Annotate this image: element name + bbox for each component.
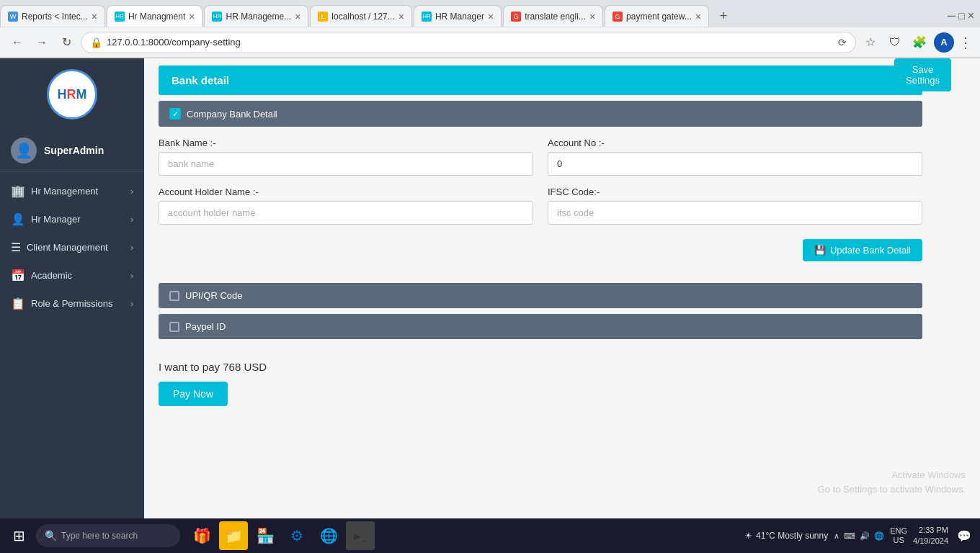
sidebar-item-role-permissions[interactable]: 📋 Role & Permissions › bbox=[0, 289, 144, 318]
role-permissions-icon: 📋 bbox=[11, 297, 25, 310]
taskbar-app-terminal[interactable]: ▶_ bbox=[346, 521, 375, 550]
tab-4[interactable]: L localhost / 127... × bbox=[310, 5, 412, 27]
taskbar-app-store[interactable]: 🏪 bbox=[251, 521, 280, 550]
tab-7[interactable]: G payment gatew... × bbox=[605, 5, 709, 27]
sidebar-item-hr-management-label: Hr Management bbox=[31, 186, 98, 197]
account-no-group: Account No :- bbox=[548, 138, 922, 176]
back-button[interactable]: ← bbox=[7, 32, 27, 53]
chevron-right-icon-5: › bbox=[130, 299, 133, 309]
taskbar-app-gifts[interactable]: 🎁 bbox=[187, 521, 216, 550]
chevron-up-icon[interactable]: ∧ bbox=[834, 531, 839, 541]
chevron-right-icon-3: › bbox=[130, 243, 133, 253]
app-layout: HRM 👤 SuperAdmin 🏢 Hr Management › 👤 Hr … bbox=[0, 58, 980, 553]
bookmark-icon[interactable]: ☆ bbox=[860, 32, 881, 53]
upi-checkbox[interactable] bbox=[169, 291, 179, 301]
tab-close-7[interactable]: × bbox=[695, 11, 701, 22]
shield-icon[interactable]: 🛡 bbox=[885, 32, 905, 53]
company-bank-checkbox[interactable]: ✓ bbox=[169, 108, 181, 120]
forward-button[interactable]: → bbox=[32, 32, 52, 53]
academic-icon: 📅 bbox=[11, 269, 25, 282]
taskbar: ⊞ 🔍 Type here to search 🎁 📁 🏪 ⚙ 🌐 ▶_ ☀ 4… bbox=[0, 518, 980, 553]
taskbar-right: ☀ 41°C Mostly sunny ∧ ⌨ 🔊 🌐 ENGUS 2:33 P… bbox=[744, 525, 974, 547]
notification-button[interactable]: 💬 bbox=[954, 526, 974, 546]
account-holder-input[interactable] bbox=[159, 201, 533, 225]
paypel-checkbox[interactable] bbox=[169, 322, 179, 332]
browser-chrome: W Reports < Intec... × HR Hr Managment ×… bbox=[0, 0, 980, 58]
keyboard-icon[interactable]: ⌨ bbox=[844, 531, 855, 541]
profile-button[interactable]: A bbox=[934, 32, 954, 53]
account-holder-label: Account Holder Name :- bbox=[159, 186, 533, 197]
tab-close-5[interactable]: × bbox=[488, 11, 494, 22]
tab-close-4[interactable]: × bbox=[398, 11, 404, 22]
windows-watermark: Activate Windows Go to Settings to activ… bbox=[818, 468, 966, 496]
main-content: Save Settings Bank detail ✓ Company Bank… bbox=[144, 58, 980, 553]
paypel-section-header[interactable]: Paypel ID bbox=[159, 314, 922, 339]
sidebar-logo: HRM bbox=[0, 58, 144, 130]
account-no-input[interactable] bbox=[548, 152, 922, 176]
update-bank-detail-button[interactable]: 💾 Update Bank Detail bbox=[803, 239, 922, 261]
tab-close-1[interactable]: × bbox=[92, 11, 97, 22]
payment-text: I want to pay 768 USD bbox=[159, 361, 922, 373]
speaker-icon[interactable]: 🔊 bbox=[860, 531, 870, 541]
maximize-button[interactable]: □ bbox=[958, 10, 964, 22]
reload-icon: ⟳ bbox=[838, 37, 847, 48]
tab-6[interactable]: G translate engli... × bbox=[503, 5, 603, 27]
watermark-line2: Go to Settings to activate Windows. bbox=[818, 482, 966, 497]
taskbar-sys-icons: ∧ ⌨ 🔊 🌐 bbox=[834, 531, 884, 541]
ifsc-group: IFSC Code:- bbox=[548, 186, 922, 225]
tab-2[interactable]: HR Hr Managment × bbox=[107, 5, 203, 27]
tab-5[interactable]: HR HR Manager × bbox=[414, 5, 502, 27]
tab-close-2[interactable]: × bbox=[189, 11, 195, 22]
sidebar-item-role-left: 📋 Role & Permissions bbox=[11, 297, 112, 310]
ifsc-input[interactable] bbox=[548, 201, 922, 225]
logo-text: HRM bbox=[58, 88, 87, 101]
tab-3[interactable]: HR HR Manageme... × bbox=[204, 5, 308, 27]
nav-bar: ← → ↻ 🔒 127.0.0.1:8000/company-setting ⟳… bbox=[0, 27, 980, 58]
sidebar-item-academic-left: 📅 Academic bbox=[11, 269, 72, 282]
chevron-right-icon: › bbox=[130, 186, 133, 197]
sidebar-item-client-management[interactable]: ☰ Client Management › bbox=[0, 233, 144, 261]
taskbar-app-files[interactable]: 📁 bbox=[219, 521, 248, 550]
language-text: ENGUS bbox=[890, 526, 907, 545]
tab-close-6[interactable]: × bbox=[589, 11, 595, 22]
sidebar-item-hr-manager[interactable]: 👤 Hr Manager › bbox=[0, 205, 144, 233]
pay-now-button[interactable]: Pay Now bbox=[159, 382, 228, 406]
extension-icon[interactable]: 🧩 bbox=[909, 32, 930, 53]
tab-title-6: translate engli... bbox=[525, 12, 586, 22]
network-icon[interactable]: 🌐 bbox=[874, 531, 884, 541]
tab-favicon-7: G bbox=[612, 12, 623, 22]
save-settings-button[interactable]: Save Settings bbox=[894, 58, 951, 91]
taskbar-search[interactable]: 🔍 Type here to search bbox=[36, 524, 180, 547]
taskbar-app-vscode[interactable]: ⚙ bbox=[282, 521, 311, 550]
address-bar[interactable]: 🔒 127.0.0.1:8000/company-setting ⟳ bbox=[81, 32, 856, 53]
logo-circle: HRM bbox=[47, 69, 97, 120]
weather-text: 41°C Mostly sunny bbox=[756, 531, 828, 541]
form-row-1: Bank Name :- Account No :- bbox=[159, 138, 922, 176]
account-holder-group: Account Holder Name :- bbox=[159, 186, 533, 225]
tab-title-3: HR Manageme... bbox=[226, 12, 291, 22]
tab-close-3[interactable]: × bbox=[295, 11, 300, 22]
sidebar-item-client-label: Client Management bbox=[27, 242, 108, 253]
new-tab-button[interactable]: + bbox=[713, 6, 734, 26]
user-section: 👤 SuperAdmin bbox=[0, 130, 144, 171]
bank-name-input[interactable] bbox=[159, 152, 533, 176]
bank-detail-title: Bank detail bbox=[172, 74, 229, 86]
upi-section-header[interactable]: UPI/QR Code bbox=[159, 283, 922, 308]
watermark-line1: Activate Windows bbox=[818, 468, 966, 482]
company-bank-detail-subheader[interactable]: ✓ Company Bank Detail bbox=[159, 101, 922, 127]
sidebar-item-hr-management-left: 🏢 Hr Management bbox=[11, 184, 98, 198]
taskbar-search-text: Type here to search bbox=[61, 531, 138, 541]
reload-button[interactable]: ↻ bbox=[56, 32, 76, 53]
close-button[interactable]: × bbox=[968, 9, 974, 22]
minimize-button[interactable]: ─ bbox=[948, 9, 956, 22]
tab-1[interactable]: W Reports < Intec... × bbox=[0, 5, 105, 27]
menu-button[interactable]: ⋮ bbox=[958, 34, 973, 51]
account-no-label: Account No :- bbox=[548, 138, 922, 148]
date-text: 4/19/2024 bbox=[913, 536, 948, 547]
tab-title-7: payment gatew... bbox=[626, 12, 692, 22]
paypel-label: Paypel ID bbox=[185, 321, 226, 332]
taskbar-app-chrome[interactable]: 🌐 bbox=[314, 521, 343, 550]
sidebar-item-academic[interactable]: 📅 Academic › bbox=[0, 261, 144, 289]
start-button[interactable]: ⊞ bbox=[6, 523, 32, 549]
sidebar-item-hr-management[interactable]: 🏢 Hr Management › bbox=[0, 177, 144, 205]
